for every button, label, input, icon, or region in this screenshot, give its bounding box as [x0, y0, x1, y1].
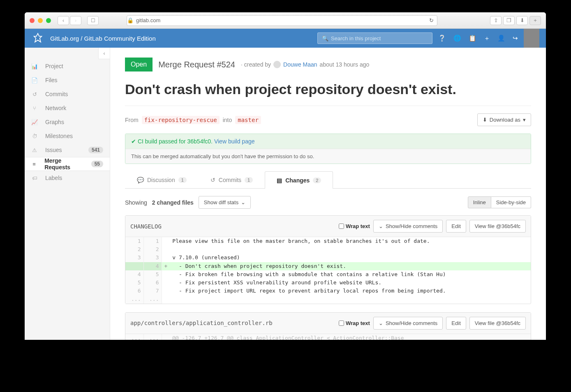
download-icon: ⬇ [483, 117, 487, 123]
tabs-icon[interactable]: ❐ [503, 16, 515, 25]
search-icon: 🔍 [322, 35, 328, 42]
url-text: gitlab.com [136, 17, 160, 23]
sidebar-item-merge-requests[interactable]: ≡Merge Requests55 [25, 157, 110, 171]
wrap-text-checkbox[interactable]: Wrap text [339, 223, 370, 229]
list-icon: ▤ [277, 177, 282, 184]
tabs-button[interactable]: ☐ [87, 16, 99, 25]
tab-discussion[interactable]: 💬 Discussion 1 [125, 171, 199, 188]
sidebar-item-project[interactable]: 📊Project [25, 59, 110, 73]
collapse-sidebar-button[interactable]: ‹ [98, 48, 110, 59]
sidebar-item-labels[interactable]: 🏷Labels [25, 171, 110, 185]
chevron-down-icon: ⌄ [379, 223, 383, 229]
help-icon[interactable]: ❔ [438, 35, 446, 42]
breadcrumb-project[interactable]: GitLab Community Edition [84, 35, 156, 42]
sidebar-item-milestones[interactable]: ⏱Milestones [25, 129, 110, 143]
sidebar-icon: ≡ [31, 161, 37, 167]
sidebar-item-label: Merge Requests [44, 157, 84, 171]
changed-files-count: 2 changed files [152, 199, 194, 206]
sidebar-item-label: Milestones [45, 133, 73, 139]
sidebar-item-label: Graphs [45, 119, 64, 125]
breadcrumb: GitLab.org / GitLab Community Edition [50, 35, 156, 42]
edit-button[interactable]: Edit [446, 317, 466, 330]
tab-changes[interactable]: ▤ Changes 2 [265, 171, 333, 189]
author-avatar-icon [273, 61, 281, 68]
profile-icon[interactable]: 👤 [497, 35, 505, 42]
side-by-side-button[interactable]: Side-by-side [491, 196, 531, 208]
breadcrumb-org[interactable]: GitLab.org [50, 35, 79, 42]
search-input[interactable]: 🔍 Search in this project [317, 32, 432, 44]
forward-button[interactable]: › [70, 16, 81, 25]
wrap-text-checkbox[interactable]: Wrap text [339, 320, 370, 326]
tab-commits[interactable]: ↺ Commits 1 [199, 171, 265, 188]
sidebar-icon: 📈 [31, 119, 38, 125]
check-icon: ✔ [131, 138, 136, 145]
avatar[interactable] [524, 29, 539, 48]
snippet-icon[interactable]: 📋 [469, 35, 476, 42]
source-branch[interactable]: fix-repository-rescue [142, 116, 220, 124]
diff-line: 22 [125, 245, 531, 254]
sidebar-icon: 🏷 [31, 175, 38, 181]
show-hide-comments-button[interactable]: ⌄ Show/Hide comments [373, 220, 443, 233]
download-button[interactable]: ⬇ Download as ▾ [477, 113, 531, 126]
mr-id: Merge Request #524 [158, 60, 235, 69]
new-icon[interactable]: ＋ [484, 35, 490, 42]
sidebar-item-label: Project [45, 63, 63, 69]
topbar: GitLab.org / GitLab Community Edition 🔍 … [25, 29, 546, 48]
diff-line: 67 - Fix project import URL regex to pre… [125, 287, 531, 295]
browser-chrome: ‹ › ☐ 🔒 gitlab.com ↻ ⇪ ❐ ⬇ + [25, 12, 546, 29]
sidebar-item-graphs[interactable]: 📈Graphs [25, 115, 110, 129]
diff-line: 45 - Fix broken file browsing with a sub… [125, 270, 531, 279]
view-file-button[interactable]: View file @36b54fc [469, 220, 526, 233]
diff-line: ......@@ -126,7 +126,7 @@ class Applicat… [125, 334, 531, 340]
diff-line: 4+ - Don't crash when project repository… [125, 262, 531, 270]
sidebar-item-network[interactable]: ⑂Network [25, 101, 110, 115]
build-page-link[interactable]: View build page [214, 138, 255, 145]
sidebar-badge: 541 [88, 147, 103, 153]
sidebar-item-files[interactable]: 📄Files [25, 73, 110, 87]
diff-file-changelog: CHANGELOG Wrap text ⌄ Show/Hide comments… [125, 215, 531, 304]
diff-line: 11Please view this file on the master br… [125, 237, 531, 245]
downloads-icon[interactable]: ⬇ [516, 16, 528, 25]
lock-icon: 🔒 [127, 17, 134, 23]
diff-stats-button[interactable]: Show diff stats ⌄ [199, 196, 251, 209]
view-file-button[interactable]: View file @36b54fc [469, 317, 526, 330]
ci-status-box: ✔ CI build passed for 36b54fc0. View bui… [125, 134, 531, 164]
caret-down-icon: ▾ [523, 117, 526, 123]
file-name[interactable]: CHANGELOG [130, 223, 162, 230]
sidebar-item-issues[interactable]: ⚠Issues541 [25, 143, 110, 157]
main-content: Open Merge Request #524 · created by Dou… [110, 48, 546, 340]
sidebar-icon: ⑂ [31, 105, 38, 111]
sidebar-item-label: Labels [45, 175, 62, 181]
gitlab-logo-icon[interactable] [31, 32, 44, 45]
sidebar-item-label: Issues [45, 147, 62, 153]
share-icon[interactable]: ⇪ [490, 16, 502, 25]
url-bar[interactable]: 🔒 gitlab.com ↻ [127, 15, 437, 26]
sidebar-icon: 📊 [31, 63, 38, 69]
explore-icon[interactable]: 🌐 [453, 35, 461, 42]
sidebar-badge: 55 [91, 161, 103, 167]
author-link[interactable]: Douwe Maan [283, 61, 317, 68]
back-button[interactable]: ‹ [58, 16, 69, 25]
file-name[interactable]: app/controllers/application_controller.r… [130, 320, 273, 326]
mr-tabs: 💬 Discussion 1 ↺ Commits 1 ▤ Changes 2 [125, 171, 531, 189]
diff-line: 56 - Fix persistent XSS vulnerability ar… [125, 279, 531, 287]
inline-view-button[interactable]: Inline [468, 196, 491, 208]
history-icon: ↺ [210, 177, 215, 183]
mr-title: Don't crash when project repository does… [125, 81, 531, 97]
new-tab-icon[interactable]: + [529, 16, 541, 25]
sidebar: ‹ 📊Project📄Files↺Commits⑂Network📈Graphs⏱… [25, 48, 110, 340]
show-hide-comments-button[interactable]: ⌄ Show/Hide comments [373, 317, 443, 330]
diff-file-controller: app/controllers/application_controller.r… [125, 312, 531, 340]
edit-button[interactable]: Edit [446, 220, 466, 233]
sidebar-icon: 📄 [31, 77, 38, 83]
status-badge: Open [125, 58, 153, 71]
maximize-window-icon[interactable] [46, 18, 51, 23]
signout-icon[interactable]: ↪ [513, 35, 518, 42]
sidebar-item-commits[interactable]: ↺Commits [25, 87, 110, 101]
reload-icon[interactable]: ↻ [429, 17, 434, 23]
chevron-down-icon: ⌄ [241, 199, 245, 205]
target-branch[interactable]: master [235, 116, 261, 124]
minimize-window-icon[interactable] [38, 18, 43, 23]
close-window-icon[interactable] [30, 18, 35, 23]
merge-permission-text: This can be merged automatically but you… [125, 149, 531, 164]
